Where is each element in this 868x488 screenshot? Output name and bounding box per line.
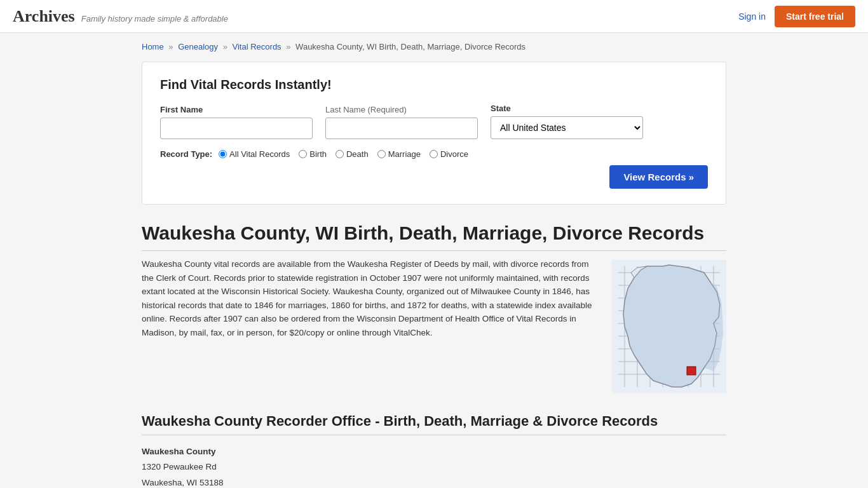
search-box: Find Vital Records Instantly! First Name… [142,62,726,205]
state-select[interactable]: All United States Alabama Alaska Arizona… [491,116,643,139]
breadcrumb-sep-2: » [223,42,227,51]
first-name-input[interactable] [160,118,313,139]
recorder-title: Waukesha County Recorder Office - Birth,… [142,413,726,435]
record-type-death-radio[interactable] [336,150,344,158]
header-actions: Sign in Start free trial [738,6,855,27]
breadcrumb-vital-records[interactable]: Vital Records [233,42,281,51]
state-label: State [491,104,643,113]
search-title: Find Vital Records Instantly! [160,78,708,92]
record-type-marriage[interactable]: Marriage [377,149,421,159]
record-type-birth[interactable]: Birth [299,149,327,159]
record-type-row: Record Type: All Vital Records Birth Dea… [160,149,708,159]
record-type-birth-radio[interactable] [299,150,307,158]
record-type-divorce[interactable]: Divorce [430,149,468,159]
site-logo: Archives [13,7,75,26]
state-group: State All United States Alabama Alaska A… [491,104,643,139]
form-actions: View Records » [160,165,708,189]
record-type-all[interactable]: All Vital Records [219,149,290,159]
last-name-input[interactable] [325,118,478,139]
office-address1: 1320 Pewaukee Rd [142,459,726,475]
site-tagline: Family history made simple & affordable [81,14,228,24]
page-description: Waukesha County vital records are availa… [142,257,599,395]
office-name: Waukesha County [142,447,216,456]
map-container [612,260,726,395]
first-name-group: First Name [160,105,313,139]
page-title: Waukesha County, WI Birth, Death, Marria… [142,222,726,251]
content-section: Waukesha County vital records are availa… [142,257,726,395]
breadcrumb-home[interactable]: Home [142,42,164,51]
trial-button[interactable]: Start free trial [775,6,855,27]
record-type-all-radio[interactable] [219,150,227,158]
svg-rect-18 [687,367,696,375]
last-name-label: Last Name (Required) [325,105,478,114]
first-name-label: First Name [160,105,313,114]
office-address2: Waukesha, WI 53188 [142,475,726,488]
main-content: Home » Genealogy » Vital Records » Wauke… [129,33,739,488]
record-type-divorce-radio[interactable] [430,150,438,158]
breadcrumb-sep-1: » [168,42,173,51]
breadcrumb-sep-3: » [286,42,290,51]
sign-in-link[interactable]: Sign in [738,11,766,22]
record-type-label: Record Type: [160,149,212,159]
last-name-group: Last Name (Required) [325,105,478,139]
site-header: Archives Family history made simple & af… [0,0,868,33]
record-type-death[interactable]: Death [336,149,369,159]
breadcrumb-current: Waukesha County, WI Birth, Death, Marria… [295,42,526,51]
breadcrumb: Home » Genealogy » Vital Records » Wauke… [142,42,726,51]
header-logo-area: Archives Family history made simple & af… [13,7,228,26]
office-info: Waukesha County 1320 Pewaukee Rd Waukesh… [142,444,726,488]
breadcrumb-genealogy[interactable]: Genealogy [178,42,218,51]
view-records-button[interactable]: View Records » [609,165,708,189]
search-form-row: First Name Last Name (Required) State Al… [160,104,708,139]
wisconsin-map [612,260,726,393]
record-type-marriage-radio[interactable] [377,150,386,158]
